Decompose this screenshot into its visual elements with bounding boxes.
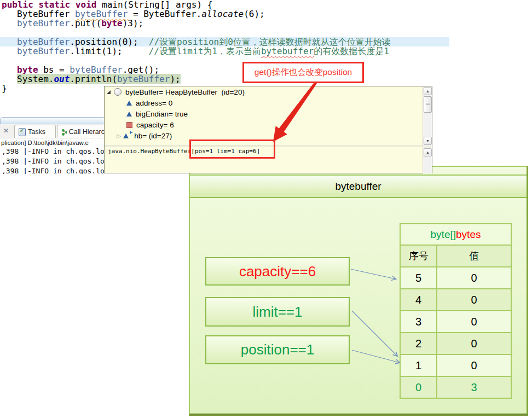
value-cell: 0 (437, 354, 511, 376)
console-highlight-box (189, 139, 275, 159)
console-log-lines: ,398 |-INFO in ch.qos.lo,398 |-INFO in c… (2, 147, 105, 174)
console-process-title: plication] D:\tool\jdk\bin\javaw.e (1, 139, 105, 146)
variable-label: byteBuffer= HeapByteBuffer (id=20) (125, 88, 245, 96)
code-token: out (54, 74, 70, 84)
code-token: (6); (244, 9, 265, 19)
value-cell: 3 (437, 376, 511, 398)
table-row: 10 (400, 354, 511, 376)
tab-close-icon[interactable]: ✕ (3, 127, 9, 135)
code-token: System. (17, 74, 54, 84)
view-sash[interactable] (0, 117, 106, 124)
code-token: ); (170, 74, 180, 84)
value-cell: 0 (437, 311, 511, 333)
code-line[interactable]: byteBuffer.put((byte)3); (0, 19, 532, 28)
bytebuffer-diagram: bytebuffer capacity==6 limit==1 position… (189, 166, 528, 416)
field-icon (126, 112, 132, 117)
call-hierarchy-icon (61, 129, 67, 136)
annotation-box: get()操作也会改变position (242, 62, 364, 83)
value-cell: 0 (437, 267, 511, 289)
byte-array-table: byte[] bytes 序号 值 504030201003 (400, 223, 512, 399)
tab-tasks[interactable]: Tasks (14, 125, 56, 138)
index-cell: 3 (400, 311, 437, 333)
limit-label-box: limit==1 (205, 297, 350, 327)
view-tab-bar: ✕ Tasks Call Hierarc (0, 124, 106, 138)
diagram-title: bytebuffer (190, 174, 527, 198)
log-line: ,398 |-INFO in ch.qos.lo (2, 166, 105, 174)
watch-icon (114, 88, 122, 96)
table-title-name: bytes (456, 229, 481, 241)
tab-call-hierarchy[interactable]: Call Hierarc (57, 125, 106, 138)
screenshot-stage: public static void main(String[] args) {… (0, 0, 532, 419)
capacity-arrow (351, 269, 396, 279)
code-token: byteBuffer (117, 74, 170, 84)
table-header-row: 序号 值 (400, 245, 511, 267)
code-token: 的有效数据长度是1 (314, 46, 389, 56)
code-token: .limit(1); (70, 46, 149, 56)
table-row: 03 (400, 376, 511, 398)
expander-closed-icon[interactable]: ▷ (117, 133, 121, 139)
scroll-down-button[interactable]: ▼ (424, 137, 432, 145)
variable-label: capacity= 6 (136, 121, 174, 129)
code-line[interactable]: byteBuffer.position(0); //设置position到0位置… (0, 37, 449, 46)
index-cell: 1 (400, 354, 437, 376)
field-icon (126, 101, 132, 106)
index-cell: 4 (400, 289, 437, 311)
code-line[interactable]: ByteBuffer byteBuffer = ByteBuffer.alloc… (0, 9, 532, 19)
table-title-row: byte[] bytes (400, 224, 511, 245)
variable-row[interactable]: byteBuffer= HeapByteBuffer (id=20) (105, 86, 423, 97)
code-token: byteBuffer (17, 18, 70, 28)
index-cell: 5 (400, 267, 437, 289)
capacity-label-box: capacity==6 (205, 257, 350, 286)
variables-tree: byteBuffer= HeapByteBuffer (id=20)addres… (105, 86, 423, 146)
table-row: 20 (400, 333, 511, 354)
detail-scrollbar[interactable]: ▲ (423, 147, 432, 173)
value-cell: 0 (437, 289, 511, 311)
scrollbar-thumb[interactable] (424, 96, 432, 113)
table-row: 30 (400, 311, 511, 333)
tasks-icon (19, 128, 26, 136)
col-header-index: 序号 (400, 245, 437, 267)
variable-label: bigEndian= true (136, 110, 188, 118)
limit-arrow (352, 311, 397, 356)
code-line[interactable]: byteBuffer.limit(1); //设置limit为1，表示当前byt… (0, 46, 532, 56)
code-token: //设置limit为1，表示当前 (149, 46, 261, 56)
index-cell: 2 (400, 333, 437, 354)
code-token: allocate (201, 9, 244, 19)
tab-tasks-label: Tasks (28, 128, 45, 136)
variable-row[interactable]: capacity= 6 (105, 119, 423, 130)
final-marker: F (130, 130, 133, 135)
value-cell: 0 (437, 333, 511, 354)
table-title-type: byte[] (431, 229, 456, 241)
code-token: byteBuffer (17, 46, 70, 56)
code-token: bytebuffer (261, 46, 314, 56)
table-row: 50 (400, 267, 511, 289)
variables-scrollbar[interactable]: ▲ ▼ (423, 86, 432, 146)
variable-row[interactable]: address= 0 (105, 97, 423, 108)
code-token (2, 27, 7, 38)
code-token: byte (101, 18, 123, 28)
variable-row[interactable]: bigEndian= true (105, 108, 423, 119)
scroll-up-button[interactable]: ▲ (424, 87, 432, 95)
table-row: 40 (400, 289, 511, 311)
tab-call-hierarchy-label: Call Hierarc (69, 128, 105, 136)
position-label-box: position==1 (205, 335, 350, 364)
code-token (2, 55, 7, 66)
scroll-up-button[interactable]: ▲ (424, 148, 432, 156)
log-line: ,398 |-INFO in ch.qos.lo (2, 156, 105, 166)
index-cell: 0 (400, 376, 437, 398)
debug-variables-tooltip: byteBuffer= HeapByteBuffer (id=20)addres… (104, 86, 432, 173)
code-line[interactable] (0, 28, 532, 37)
log-line: ,398 |-INFO in ch.qos.lo (2, 147, 105, 156)
code-token: .put(( (70, 18, 101, 28)
expander-open-icon[interactable] (107, 90, 111, 94)
col-header-value: 值 (437, 245, 511, 267)
primitive-field-icon (126, 122, 132, 128)
code-token: } (2, 83, 7, 94)
variable-label: address= 0 (136, 99, 172, 107)
variable-label: hb= (id=27) (134, 132, 172, 140)
code-token: )3); (123, 18, 144, 28)
field-icon (123, 133, 129, 138)
code-token: .println( (70, 74, 117, 84)
position-arrow (352, 350, 400, 363)
code-line[interactable]: public static void main(String[] args) { (0, 0, 532, 9)
